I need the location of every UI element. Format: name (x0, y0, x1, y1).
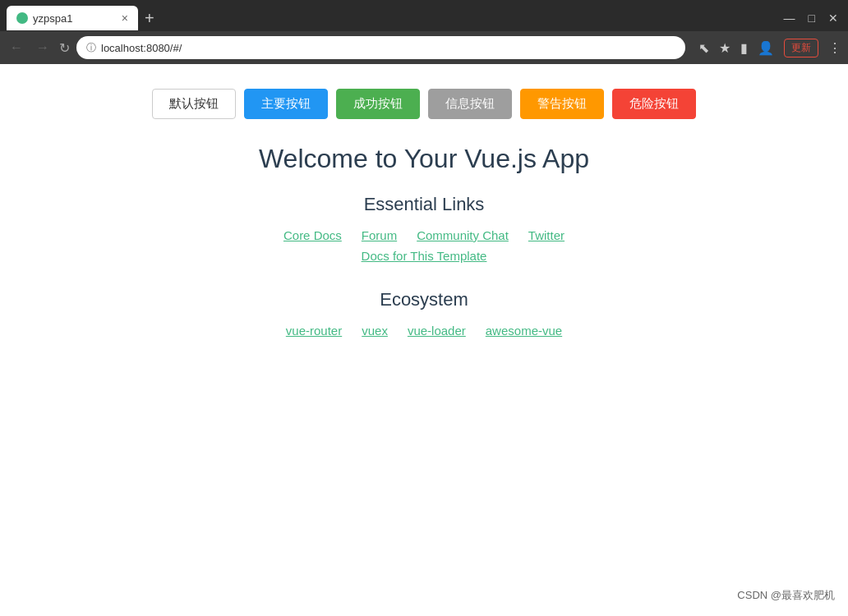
lock-icon: ⓘ (86, 41, 96, 55)
active-tab[interactable]: yzpspa1 × (7, 6, 138, 30)
ecosystem-section: Ecosystem vue-router vuex vue-loader awe… (0, 289, 848, 338)
ecosystem-links-row: vue-router vuex vue-loader awesome-vue (0, 324, 848, 338)
menu-icon[interactable]: ⋮ (828, 40, 841, 56)
tab-title: yzpspa1 (33, 12, 115, 25)
buttons-row: 默认按钮 主要按钮 成功按钮 信息按钮 警告按钮 危险按钮 (0, 89, 848, 119)
ecosystem-title: Ecosystem (0, 289, 848, 310)
reader-mode-icon[interactable]: ▮ (740, 40, 748, 56)
link-vuex[interactable]: vuex (362, 324, 388, 338)
new-tab-button[interactable]: + (145, 10, 154, 26)
btn-primary[interactable]: 主要按钮 (244, 89, 328, 119)
link-docs-template[interactable]: Docs for This Template (362, 249, 487, 263)
browser-chrome: yzpspa1 × + — □ ✕ ← → ↻ ⓘ localhost:8080… (0, 0, 848, 64)
restore-icon[interactable]: □ (809, 11, 815, 25)
toolbar-right: ⬉ ★ ▮ 👤 更新 ⋮ (698, 39, 841, 57)
share-icon[interactable]: ⬉ (698, 40, 709, 56)
watermark: CSDN @最喜欢肥机 (737, 588, 835, 603)
link-vue-router[interactable]: vue-router (286, 324, 342, 338)
btn-success[interactable]: 成功按钮 (336, 89, 420, 119)
essential-links-row1: Core Docs Forum Community Chat Twitter (0, 228, 848, 242)
window-controls: — □ ✕ (784, 11, 841, 25)
essential-links-title: Essential Links (0, 194, 848, 215)
close-window-icon[interactable]: ✕ (828, 11, 838, 25)
link-community-chat[interactable]: Community Chat (417, 228, 509, 242)
page-content: 默认按钮 主要按钮 成功按钮 信息按钮 警告按钮 危险按钮 Welcome to… (0, 64, 848, 616)
bookmark-icon[interactable]: ★ (719, 40, 730, 56)
link-awesome-vue[interactable]: awesome-vue (486, 324, 562, 338)
forward-button[interactable]: → (33, 40, 53, 55)
url-bar[interactable]: ⓘ localhost:8080/#/ (76, 36, 685, 59)
tab-bar: yzpspa1 × + — □ ✕ (0, 0, 848, 31)
address-bar: ← → ↻ ⓘ localhost:8080/#/ ⬉ ★ ▮ 👤 更新 ⋮ (0, 31, 848, 64)
btn-danger[interactable]: 危险按钮 (612, 89, 696, 119)
link-twitter[interactable]: Twitter (528, 228, 565, 242)
link-vue-loader[interactable]: vue-loader (408, 324, 466, 338)
btn-info[interactable]: 信息按钮 (428, 89, 512, 119)
back-button[interactable]: ← (7, 40, 26, 55)
refresh-button[interactable]: ↻ (59, 40, 70, 56)
welcome-title: Welcome to Your Vue.js App (0, 144, 848, 174)
link-core-docs[interactable]: Core Docs (283, 228, 342, 242)
minimize-icon[interactable]: — (784, 11, 795, 25)
link-forum[interactable]: Forum (362, 228, 397, 242)
btn-default[interactable]: 默认按钮 (152, 89, 236, 119)
tab-close-button[interactable]: × (122, 11, 128, 25)
essential-links-row2: Docs for This Template (0, 249, 848, 263)
btn-warning[interactable]: 警告按钮 (520, 89, 604, 119)
update-button[interactable]: 更新 (784, 39, 818, 57)
url-text: localhost:8080/#/ (101, 42, 182, 54)
account-icon[interactable]: 👤 (758, 40, 774, 56)
page-main: Welcome to Your Vue.js App Essential Lin… (0, 144, 848, 338)
tab-favicon (16, 12, 28, 24)
